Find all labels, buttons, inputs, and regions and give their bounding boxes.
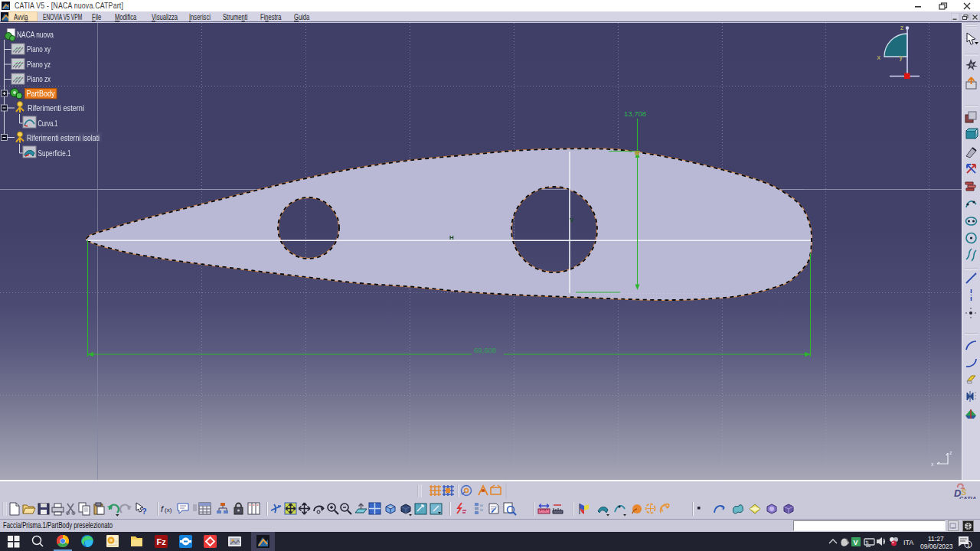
svg-text:z: z — [900, 24, 903, 31]
svg-text:Fz: Fz — [157, 537, 167, 546]
svg-text:z: z — [949, 450, 952, 455]
svg-text:Riferimenti esterni: Riferimenti esterni — [28, 103, 84, 112]
svg-text:13,708: 13,708 — [624, 109, 646, 118]
svg-text:x: x — [877, 54, 881, 61]
svg-text:f: f — [161, 504, 164, 514]
svg-text:V: V — [570, 217, 574, 223]
svg-text:ITA: ITA — [903, 539, 913, 546]
svg-text:1: 1 — [967, 542, 971, 549]
svg-text:11:27: 11:27 — [928, 535, 944, 543]
svg-text:Piano xy: Piano xy — [27, 44, 51, 54]
svg-text:y: y — [900, 54, 903, 61]
svg-text:Riferimenti esterni isolati: Riferimenti esterni isolati — [27, 133, 100, 142]
svg-text:⇅: ⇅ — [865, 540, 869, 545]
svg-text:x: x — [931, 461, 934, 467]
svg-text:Piano yz: Piano yz — [27, 60, 51, 69]
svg-text:(x): (x) — [165, 507, 172, 514]
svg-text:V: V — [854, 539, 858, 546]
svg-text:H: H — [449, 234, 454, 241]
svg-text:69,608: 69,608 — [474, 346, 496, 354]
svg-text:Piano zx: Piano zx — [27, 74, 51, 83]
svg-text:Curva.1: Curva.1 — [38, 119, 58, 128]
svg-text:?: ? — [142, 507, 147, 516]
svg-text:Superficie.1: Superficie.1 — [38, 148, 71, 158]
svg-text:09/06/2023: 09/06/2023 — [920, 543, 953, 550]
svg-text:NACA nuova: NACA nuova — [17, 30, 54, 39]
svg-text:PartBody: PartBody — [27, 89, 56, 98]
